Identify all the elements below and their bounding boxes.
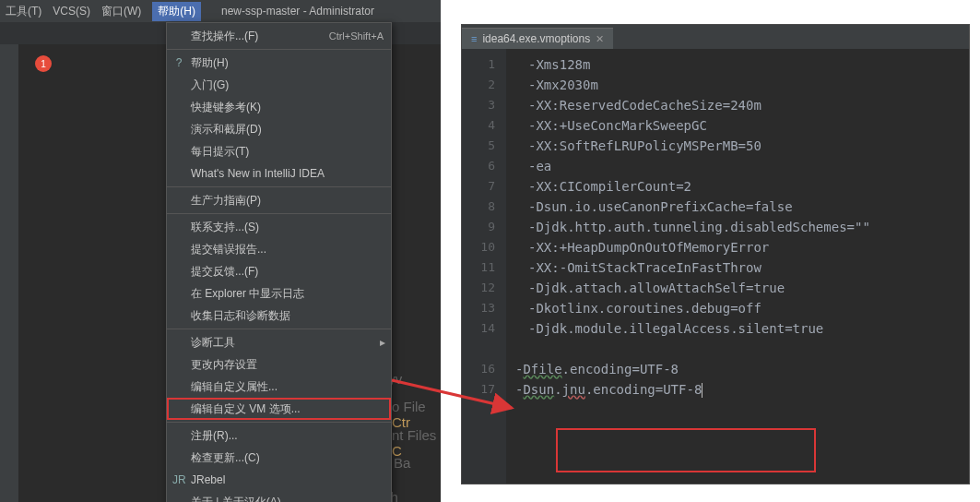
menu-item[interactable]: JRJRebel bbox=[167, 469, 391, 491]
menu-help[interactable]: 帮助(H) bbox=[152, 2, 201, 21]
line-number: 6 bbox=[462, 156, 506, 176]
menu-item-label: 提交反馈...(F) bbox=[191, 263, 258, 280]
menu-item-label: 诊断工具 bbox=[191, 334, 235, 351]
line-number: 12 bbox=[462, 278, 506, 298]
code-editor[interactable]: 12345678910111213141617 -Xms128m-Xmx2030… bbox=[462, 49, 969, 484]
line-number: 17 bbox=[462, 379, 506, 400]
line-number: 8 bbox=[462, 197, 506, 217]
menu-item[interactable]: 编辑自定义 VM 选项... bbox=[167, 398, 391, 420]
menu-item-label: 编辑自定义属性... bbox=[191, 378, 277, 395]
menu-tools[interactable]: 工具(T) bbox=[6, 4, 41, 19]
line-number: 7 bbox=[462, 176, 506, 197]
menu-item[interactable]: 检查更新...(C) bbox=[167, 447, 391, 469]
line-number: 1 bbox=[462, 54, 506, 75]
line-number: 3 bbox=[462, 95, 506, 115]
line-number: 4 bbox=[462, 115, 506, 136]
editor-tab-vmoptions[interactable]: ≡ idea64.exe.vmoptions ✕ bbox=[462, 28, 613, 49]
menu-item[interactable]: 联系支持...(S) bbox=[167, 216, 391, 238]
menu-item-label: What's New in IntelliJ IDEA bbox=[191, 165, 325, 182]
line-number: 14 bbox=[462, 318, 506, 339]
code-area[interactable]: -Xms128m-Xmx2030m-XX:ReservedCodeCacheSi… bbox=[506, 49, 969, 484]
editor-tabbar: ≡ idea64.exe.vmoptions ✕ bbox=[462, 25, 969, 49]
menu-item-shortcut: Ctrl+Shift+A bbox=[329, 28, 384, 44]
menu-item-label: 在 Explorer 中显示日志 bbox=[191, 285, 304, 302]
menu-item[interactable]: 注册(R)... bbox=[167, 424, 391, 447]
code-line[interactable]: -XX:SoftRefLRUPolicyMSPerMB=50 bbox=[506, 136, 969, 156]
menu-item[interactable]: 演示和截屏(D) bbox=[167, 118, 391, 140]
help-menu-dropdown: 查找操作...(F)Ctrl+Shift+A?帮助(H)入门(G)快捷键参考(K… bbox=[166, 22, 392, 502]
menu-item[interactable]: 每日提示(T) bbox=[167, 140, 391, 162]
code-line[interactable]: -Djdk.http.auth.tunneling.disabledScheme… bbox=[506, 217, 969, 237]
menu-item-label: 生产力指南(P) bbox=[191, 192, 261, 209]
line-number: 5 bbox=[462, 136, 506, 156]
code-line[interactable]: -XX:+UseConcMarkSweepGC bbox=[506, 115, 969, 136]
menu-item[interactable]: 生产力指南(P) bbox=[167, 189, 391, 211]
code-line[interactable]: -Xmx2030m bbox=[506, 75, 969, 95]
menu-item[interactable]: 快捷键参考(K) bbox=[167, 96, 391, 118]
menu-item[interactable]: 诊断工具▸ bbox=[167, 331, 391, 353]
menu-item[interactable]: 查找操作...(F)Ctrl+Shift+A bbox=[167, 25, 391, 47]
code-line[interactable]: -XX:+HeapDumpOnOutOfMemoryError bbox=[506, 237, 969, 257]
menu-item[interactable]: 在 Explorer 中显示日志 bbox=[167, 282, 391, 305]
code-line[interactable]: -XX:ReservedCodeCacheSize=240m bbox=[506, 95, 969, 115]
menu-window[interactable]: 窗口(W) bbox=[101, 4, 141, 19]
code-line[interactable]: -Dsun.jnu.encoding=UTF-8 bbox=[506, 379, 969, 400]
editor-panel: ≡ idea64.exe.vmoptions ✕ 123456789101112… bbox=[461, 24, 970, 484]
menu-item[interactable]: What's New in IntelliJ IDEA bbox=[167, 162, 391, 185]
menu-item[interactable]: 关于 | 关于汉化(A) bbox=[167, 491, 391, 502]
menu-item-label: 更改内存设置 bbox=[191, 356, 257, 373]
menu-item[interactable]: 更改内存设置 bbox=[167, 353, 391, 376]
menu-item-label: 每日提示(T) bbox=[191, 143, 249, 160]
code-line[interactable]: -Dfile.encoding=UTF-8 bbox=[506, 359, 969, 379]
submenu-arrow-icon: ▸ bbox=[380, 334, 385, 351]
welcome-text: o File Ctr bbox=[392, 399, 441, 430]
code-line[interactable]: -Xms128m bbox=[506, 54, 969, 75]
line-number: 10 bbox=[462, 237, 506, 257]
code-line[interactable]: -Djdk.module.illegalAccess.silent=true bbox=[506, 318, 969, 339]
window-title: new-ssp-master - Administrator bbox=[221, 5, 374, 18]
menu-item-label: 帮助(H) bbox=[191, 54, 229, 71]
file-icon: ≡ bbox=[471, 33, 477, 44]
notification-badge[interactable]: 1 bbox=[35, 55, 52, 72]
menu-item[interactable]: 提交反馈...(F) bbox=[167, 260, 391, 282]
menu-item-label: 关于 | 关于汉化(A) bbox=[191, 494, 281, 502]
code-line[interactable]: -XX:-OmitStackTraceInFastThrow bbox=[506, 257, 969, 278]
line-number: 2 bbox=[462, 75, 506, 95]
close-icon[interactable]: ✕ bbox=[596, 33, 604, 45]
code-line[interactable]: -ea bbox=[506, 156, 969, 176]
code-line[interactable]: -Djdk.attach.allowAttachSelf=true bbox=[506, 278, 969, 298]
line-number: 11 bbox=[462, 257, 506, 278]
menu-item-label: 快捷键参考(K) bbox=[191, 99, 261, 115]
menu-item-label: 提交错误报告... bbox=[191, 241, 266, 257]
menu-item-label: 联系支持...(S) bbox=[191, 219, 259, 235]
ide-left-panel: 工具(T) VCS(S) 窗口(W) 帮助(H) new-ssp-master … bbox=[0, 0, 441, 502]
menu-item-label: 注册(R)... bbox=[191, 427, 238, 444]
line-number-gutter: 12345678910111213141617 bbox=[462, 49, 506, 484]
menu-vcs[interactable]: VCS(S) bbox=[53, 5, 90, 18]
tool-window-stripe[interactable] bbox=[0, 44, 18, 502]
line-number: 13 bbox=[462, 298, 506, 318]
menu-item[interactable]: 编辑自定义属性... bbox=[167, 376, 391, 398]
annotation-highlight-box bbox=[556, 428, 816, 472]
tab-label: idea64.exe.vmoptions bbox=[482, 32, 590, 45]
menu-item-label: 查找操作...(F) bbox=[191, 28, 258, 44]
menu-item[interactable]: 入门(G) bbox=[167, 74, 391, 96]
menu-item-icon: JR bbox=[172, 472, 185, 488]
code-line[interactable]: -Dsun.io.useCanonPrefixCache=false bbox=[506, 197, 969, 217]
welcome-text: nt Files C bbox=[392, 427, 441, 459]
menubar: 工具(T) VCS(S) 窗口(W) 帮助(H) new-ssp-master … bbox=[0, 0, 441, 22]
menu-item-label: 入门(G) bbox=[191, 77, 229, 93]
menu-item-label: 收集日志和诊断数据 bbox=[191, 307, 290, 324]
menu-item-label: 检查更新...(C) bbox=[191, 449, 260, 466]
code-line[interactable]: -Dkotlinx.coroutines.debug=off bbox=[506, 298, 969, 318]
menu-item[interactable]: ?帮助(H) bbox=[167, 52, 391, 74]
menu-item-label: JRebel bbox=[191, 472, 225, 488]
menu-item-icon: ? bbox=[172, 54, 185, 71]
code-line[interactable]: -XX:CICompilerCount=2 bbox=[506, 176, 969, 197]
menu-item-label: 编辑自定义 VM 选项... bbox=[191, 400, 301, 417]
line-number: 16 bbox=[462, 359, 506, 379]
menu-item-label: 演示和截屏(D) bbox=[191, 121, 262, 137]
menu-item[interactable]: 收集日志和诊断数据 bbox=[167, 305, 391, 327]
menu-item[interactable]: 提交错误报告... bbox=[167, 238, 391, 260]
line-number: 9 bbox=[462, 217, 506, 237]
